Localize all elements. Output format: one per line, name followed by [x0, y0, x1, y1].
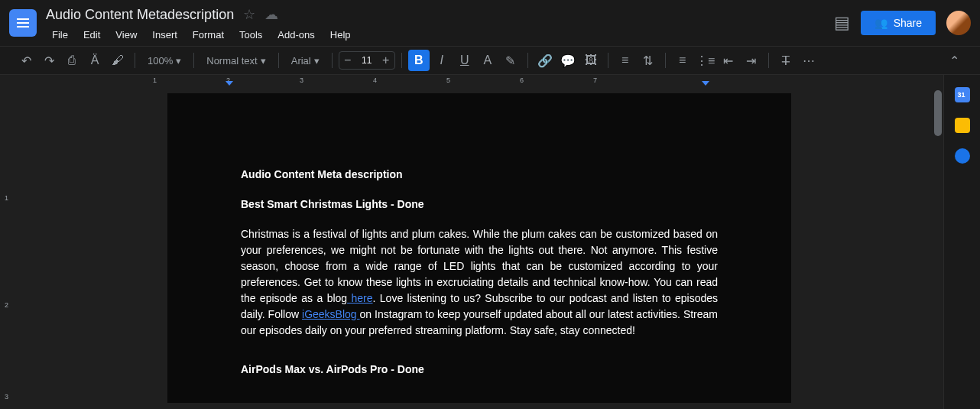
chevron-down-icon: ▾: [314, 55, 320, 67]
spellcheck-button[interactable]: Ä: [84, 50, 105, 71]
vertical-ruler[interactable]: 1 2 3: [0, 87, 15, 409]
toolbar: ↶ ↷ ⎙ Ä 🖌 100% ▾ Normal text ▾ Arial ▾ −…: [0, 46, 980, 75]
font-select[interactable]: Arial ▾: [285, 52, 326, 70]
insert-image-button[interactable]: 🖼: [580, 50, 602, 71]
star-icon[interactable]: ☆: [243, 6, 255, 23]
right-margin-marker[interactable]: [702, 81, 709, 86]
chevron-down-icon: ▾: [261, 55, 266, 67]
menu-edit[interactable]: Edit: [77, 26, 106, 44]
bold-button[interactable]: B: [408, 50, 430, 71]
collapse-toolbar-button[interactable]: ⌃: [943, 50, 965, 71]
underline-button[interactable]: U: [454, 50, 475, 71]
calendar-icon[interactable]: [955, 87, 970, 102]
share-icon: 👥: [875, 17, 888, 29]
link-igeeksblog[interactable]: iGeeksBlog: [302, 308, 360, 320]
insert-link-button[interactable]: 🔗: [534, 50, 556, 71]
undo-button[interactable]: ↶: [15, 50, 37, 71]
menu-view[interactable]: View: [109, 26, 143, 44]
menu-bar: File Edit View Insert Format Tools Add-o…: [46, 26, 834, 44]
menu-tools[interactable]: Tools: [233, 26, 268, 44]
paint-format-button[interactable]: 🖌: [107, 50, 128, 71]
share-button[interactable]: 👥 Share: [861, 11, 936, 35]
tasks-icon[interactable]: [955, 148, 970, 164]
doc-subheading: Best Smart Christmas Lights - Done: [241, 196, 718, 213]
horizontal-ruler[interactable]: 1 2 3 4 5 6 7: [15, 75, 943, 87]
docs-logo[interactable]: [9, 9, 37, 37]
increase-indent-button[interactable]: ⇥: [741, 50, 762, 71]
font-size-value[interactable]: 11: [356, 55, 378, 66]
numbered-list-button[interactable]: ≡: [672, 50, 693, 71]
font-size-decrease[interactable]: −: [339, 52, 356, 69]
align-button[interactable]: ≡: [615, 50, 636, 71]
doc-paragraph: Christmas is a festival of lights and pl…: [241, 226, 718, 339]
vertical-scrollbar[interactable]: [934, 90, 942, 136]
italic-button[interactable]: I: [431, 50, 453, 71]
print-button[interactable]: ⎙: [61, 50, 83, 71]
left-margin-marker[interactable]: [226, 81, 233, 86]
comments-icon[interactable]: ▤: [834, 13, 850, 33]
zoom-select[interactable]: 100% ▾: [141, 52, 187, 70]
menu-help[interactable]: Help: [324, 26, 357, 44]
font-size-increase[interactable]: +: [378, 52, 394, 69]
menu-insert[interactable]: Insert: [146, 26, 183, 44]
account-avatar[interactable]: [946, 11, 971, 35]
chevron-down-icon: ▾: [176, 55, 181, 67]
more-tools-button[interactable]: ⋯: [798, 50, 819, 71]
doc-heading: Audio Content Meta description: [241, 167, 718, 183]
side-panel: [943, 75, 980, 409]
text-color-button[interactable]: A: [477, 50, 498, 71]
insert-comment-button[interactable]: 💬: [557, 50, 579, 71]
paragraph-style-select[interactable]: Normal text ▾: [200, 52, 271, 70]
clear-formatting-button[interactable]: T̶: [775, 50, 797, 71]
decrease-indent-button[interactable]: ⇤: [718, 50, 739, 71]
bulleted-list-button[interactable]: ⋮≡: [695, 50, 716, 71]
highlight-button[interactable]: ✎: [500, 50, 521, 71]
redo-button[interactable]: ↷: [38, 50, 60, 71]
document-page[interactable]: Audio Content Meta description Best Smar…: [167, 93, 791, 403]
keep-icon[interactable]: [955, 118, 970, 133]
share-label: Share: [894, 17, 922, 29]
line-spacing-button[interactable]: ⇅: [638, 50, 659, 71]
menu-file[interactable]: File: [46, 26, 74, 44]
cloud-status-icon[interactable]: ☁: [264, 6, 278, 23]
menu-addons[interactable]: Add-ons: [271, 26, 320, 44]
menu-format[interactable]: Format: [187, 26, 230, 44]
link-here[interactable]: here: [347, 292, 372, 304]
document-title[interactable]: Audio Content Metadescription: [46, 7, 234, 23]
doc-next-heading: AirPods Max vs. AirPods Pro - Done: [241, 362, 718, 378]
